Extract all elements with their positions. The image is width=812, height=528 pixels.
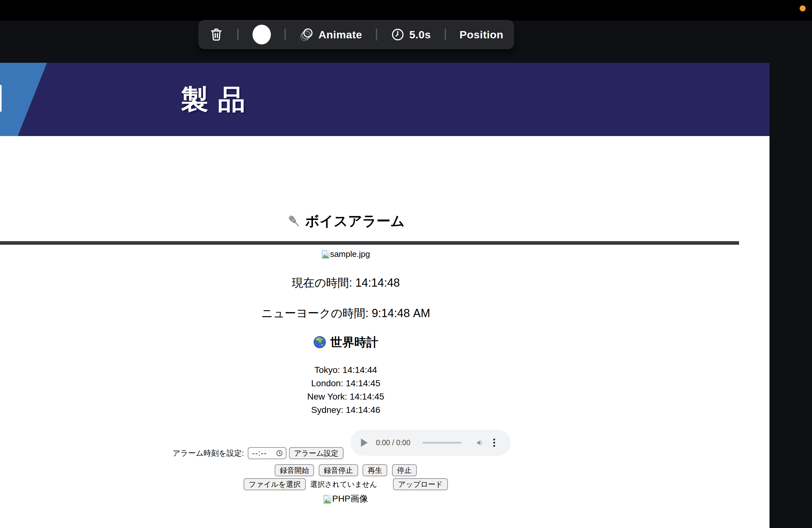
world-clock-row: London: 14:14:45 bbox=[0, 377, 692, 390]
white-ellipse-swatch bbox=[252, 25, 271, 44]
top-black-strip bbox=[0, 0, 812, 20]
world-clock-list: Tokyo: 14:14:44 London: 14:14:45 New Yor… bbox=[0, 363, 692, 417]
section-heading: ボイスアラーム bbox=[0, 212, 692, 231]
broken-image-alt-text: PHP画像 bbox=[332, 494, 368, 503]
current-time-text: 現在の時間: 14:14:48 bbox=[0, 275, 692, 291]
window-divider-bar bbox=[0, 241, 739, 245]
banner-accent-shape bbox=[0, 63, 51, 136]
kebab-menu-icon[interactable] bbox=[493, 439, 495, 447]
record-start-button[interactable]: 録音開始 bbox=[275, 464, 314, 476]
file-status-text: 選択されていません bbox=[310, 480, 377, 488]
microphone-emoji bbox=[287, 214, 301, 228]
broken-image-php: PHP画像 bbox=[0, 493, 692, 505]
audio-player[interactable]: 0:00 / 0:00 bbox=[350, 430, 511, 456]
world-clock-row: New York: 14:14:45 bbox=[0, 390, 692, 404]
alarm-time-value: --:-- bbox=[252, 449, 267, 458]
editor-toolbar: Animate 5.0s Position bbox=[198, 20, 514, 49]
world-clock-heading: 世界時計 bbox=[0, 334, 692, 350]
animate-label: Animate bbox=[318, 29, 362, 40]
toolbar-separator bbox=[376, 29, 377, 41]
delete-button[interactable] bbox=[209, 27, 223, 42]
globe-asia-emoji bbox=[313, 336, 327, 349]
recorder-buttons-row: 録音開始 録音停止 再生 停止 bbox=[0, 464, 692, 476]
file-upload-row: ファイルを選択 選択されていません アップロード bbox=[0, 478, 692, 490]
toolbar-separator bbox=[445, 29, 446, 41]
world-clock-heading-text: 世界時計 bbox=[330, 336, 378, 349]
toolbar-separator bbox=[285, 29, 286, 41]
newyork-time-text: ニューヨークの時間: 9:14:48 AM bbox=[0, 306, 692, 321]
screen: Animate 5.0s Position 製品 bbox=[0, 0, 812, 528]
position-button[interactable]: Position bbox=[460, 29, 503, 40]
toolbar-separator bbox=[237, 29, 238, 41]
play-button[interactable]: 再生 bbox=[363, 464, 387, 476]
duration-button[interactable]: 5.0s bbox=[391, 28, 431, 42]
broken-image-icon bbox=[323, 494, 332, 504]
broken-image-sample: sample.jpg bbox=[0, 249, 692, 259]
world-clock-row: Tokyo: 14:14:44 bbox=[0, 363, 692, 377]
stop-button[interactable]: 停止 bbox=[392, 464, 417, 476]
animate-circles-icon bbox=[300, 27, 314, 42]
clock-icon bbox=[276, 449, 283, 457]
duration-label: 5.0s bbox=[409, 29, 431, 40]
play-icon[interactable] bbox=[361, 439, 368, 447]
audio-time-display: 0:00 / 0:00 bbox=[376, 439, 410, 447]
alarm-time-input[interactable]: --:-- bbox=[248, 447, 287, 459]
alarm-label: アラーム時刻を設定: bbox=[173, 448, 244, 458]
volume-icon[interactable] bbox=[476, 438, 485, 448]
banner-edge-shape bbox=[0, 85, 2, 112]
animate-button[interactable]: Animate bbox=[300, 27, 362, 42]
web-page: 製品 ボイスアラーム sample.jpg 現在の時間 bbox=[0, 63, 769, 528]
clock-icon bbox=[391, 28, 405, 42]
broken-image-alt-text: sample.jpg bbox=[330, 249, 370, 259]
broken-image-icon bbox=[322, 250, 330, 259]
section-heading-text: ボイスアラーム bbox=[305, 213, 405, 229]
upload-button[interactable]: アップロード bbox=[393, 478, 448, 490]
record-stop-button[interactable]: 録音停止 bbox=[319, 464, 358, 476]
audio-progress-bar[interactable] bbox=[422, 442, 462, 444]
position-label: Position bbox=[460, 29, 503, 40]
page-title: 製品 bbox=[181, 63, 255, 136]
page-banner: 製品 bbox=[0, 63, 769, 136]
alarm-setting-row: アラーム時刻を設定: --:-- アラーム設定 bbox=[173, 447, 344, 459]
alarm-set-button[interactable]: アラーム設定 bbox=[289, 447, 344, 459]
choose-file-button[interactable]: ファイルを選択 bbox=[244, 478, 306, 490]
color-swatch-button[interactable] bbox=[252, 25, 271, 44]
trash-icon bbox=[209, 27, 223, 42]
world-clock-row: Sydney: 14:14:46 bbox=[0, 404, 692, 417]
recording-indicator-dot bbox=[800, 5, 806, 11]
